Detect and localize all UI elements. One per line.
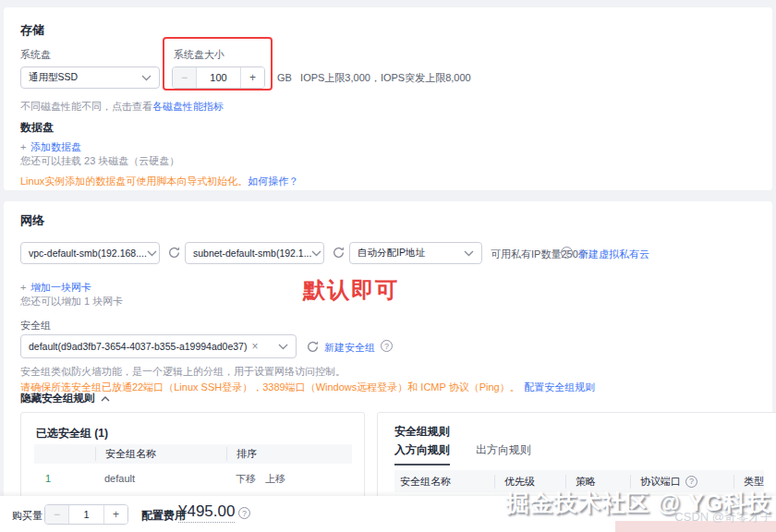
sg-row-actions: 下移 上移 xyxy=(226,472,352,486)
chevron-down-icon xyxy=(464,250,474,257)
plus-icon: + xyxy=(20,282,26,293)
sg-row-name: default xyxy=(95,473,226,484)
disk-size-value[interactable]: 100 xyxy=(197,67,240,88)
fee-help-icon[interactable]: ? xyxy=(238,507,250,519)
new-vpc-link[interactable]: 新建虚拟私有云 xyxy=(578,248,649,261)
available-ip-hint: 可用私有IP数量250个 xyxy=(491,248,588,261)
security-group-label: 安全组 xyxy=(20,319,51,332)
refresh-sg-icon[interactable] xyxy=(306,340,321,355)
quantity-stepper: − 1 + xyxy=(44,504,128,525)
ip-help-icon[interactable]: ? xyxy=(561,247,573,259)
tab-outbound-rules[interactable]: 出方向规则 xyxy=(476,442,531,466)
tab-inbound-rules[interactable]: 入方向规则 xyxy=(394,442,450,466)
quantity-decrease-button[interactable]: − xyxy=(45,505,69,524)
rules-col-protocol-port: 协议端口 ? xyxy=(630,475,734,489)
system-disk-type-value: 通用型SSD xyxy=(29,71,78,84)
sg-help-icon[interactable]: ? xyxy=(381,340,393,352)
rules-col-sg-name: 安全组名称 xyxy=(394,475,494,489)
network-section: 网络 vpc-default-smb(192.168.... subnet-de… xyxy=(4,201,772,532)
network-section-title: 网络 xyxy=(20,212,44,229)
protocol-help-icon[interactable]: ? xyxy=(685,476,697,488)
disk-size-stepper: − 100 + xyxy=(172,66,265,89)
sg-rules-tabs: 入方向规则 出方向规则 xyxy=(394,442,531,466)
rules-col-priority: 优先级 xyxy=(494,475,565,489)
selected-sg-col-sort: 排序 xyxy=(226,447,352,461)
watermark-main: 掘金技术社区 @ YG科技 xyxy=(506,488,771,518)
vpc-select[interactable]: vpc-default-smb(192.168.... xyxy=(20,242,160,264)
selected-sg-col-name: 安全组名称 xyxy=(95,447,226,461)
linux-init-hint: Linux实例添加的数据盘可使用脚本向导式初始化。 xyxy=(20,175,248,187)
add-data-disk-link[interactable]: + 添加数据盘 xyxy=(20,138,81,154)
fee-value: ¥495.00 xyxy=(178,502,235,523)
chevron-down-icon xyxy=(141,75,152,81)
system-disk-label: 系统盘 xyxy=(20,48,51,62)
storage-section: 存储 系统盘 通用型SSD 系统盘大小 − 100 + GB IOPS上限3,0… xyxy=(4,7,772,190)
disk-size-decrease-button[interactable]: − xyxy=(173,67,197,88)
selected-sg-title: 已选安全组 (1) xyxy=(36,426,108,441)
add-nic-label: 增加一块网卡 xyxy=(30,282,91,293)
refresh-subnet-icon[interactable] xyxy=(332,246,346,260)
security-group-value: default(d9ad3fb7-3654-4037-b355-a19994ad… xyxy=(29,341,247,352)
hide-sg-rules-label: 隐藏安全组规则 xyxy=(20,392,95,405)
quantity-increase-button[interactable]: + xyxy=(103,505,127,524)
how-to-link[interactable]: 如何操作？ xyxy=(248,175,298,187)
vpc-select-value: vpc-default-smb(192.168.... xyxy=(29,248,147,259)
security-group-select[interactable]: default(d9ad3fb7-3654-4037-b355-a19994ad… xyxy=(20,334,297,358)
quantity-label: 购买量 xyxy=(12,509,42,523)
sg-description: 安全组类似防火墙功能，是一个逻辑上的分组，用于设置网络访问控制。 xyxy=(20,365,346,379)
linux-init-hint-line: Linux实例添加的数据盘可使用脚本向导式初始化。如何操作？ xyxy=(20,172,298,188)
disk-perf-hint-line: 不同磁盘性能不同，点击查看各磁盘性能指标 xyxy=(20,97,224,114)
ip-assign-select-value: 自动分配IP地址 xyxy=(358,247,425,260)
ip-assign-select[interactable]: 自动分配IP地址 xyxy=(349,242,482,264)
disk-size-increase-button[interactable]: + xyxy=(240,67,264,88)
configure-sg-rules-link[interactable]: 配置安全组规则 xyxy=(524,381,595,393)
hide-sg-rules-toggle[interactable]: 隐藏安全组规则 xyxy=(20,392,110,405)
add-data-disk-label: 添加数据盘 xyxy=(30,141,81,152)
disk-size-unit: GB xyxy=(277,72,292,83)
plus-icon: + xyxy=(20,141,26,152)
default-ok-annotation: 默认即可 xyxy=(303,275,399,305)
selected-sg-table-header: 安全组名称 排序 xyxy=(34,444,352,464)
chevron-down-icon xyxy=(147,250,157,257)
chevron-down-icon xyxy=(311,250,321,257)
move-down-button[interactable]: 下移 xyxy=(236,472,256,486)
mount-capacity-hint: 您还可以挂载 23 块磁盘（云硬盘） xyxy=(20,154,179,168)
ecs-purchase-config-page: 存储 系统盘 通用型SSD 系统盘大小 − 100 + GB IOPS上限3,0… xyxy=(0,0,776,532)
add-nic-link[interactable]: + 增加一块网卡 xyxy=(20,278,91,295)
data-disk-label: 数据盘 xyxy=(20,120,54,136)
quantity-value[interactable]: 1 xyxy=(69,505,103,524)
storage-section-title: 存储 xyxy=(20,22,44,39)
nic-capacity-hint: 您还可以增加 1 块网卡 xyxy=(20,295,123,308)
sg-rules-title: 安全组规则 xyxy=(394,424,450,440)
rules-col-protocol-port-label: 协议端口 xyxy=(640,475,681,489)
new-sg-link[interactable]: 新建安全组 xyxy=(324,341,375,355)
rules-col-type: 类型 xyxy=(734,475,764,489)
selected-sg-table-row: 1 default 下移 上移 xyxy=(34,468,352,489)
disk-iops-info: IOPS上限3,000，IOPS突发上限8,000 xyxy=(300,72,471,83)
disk-size-suffix: GB IOPS上限3,000，IOPS突发上限8,000 xyxy=(277,71,471,85)
disk-perf-link[interactable]: 各磁盘性能指标 xyxy=(152,101,224,112)
move-up-button[interactable]: 上移 xyxy=(265,472,285,486)
sg-row-index: 1 xyxy=(34,473,95,484)
subnet-select[interactable]: subnet-default-smb(192.1... xyxy=(185,242,324,264)
rules-col-policy: 策略 xyxy=(565,475,630,489)
disk-size-label: 系统盘大小 xyxy=(174,48,224,62)
chevron-up-icon xyxy=(101,396,110,402)
subnet-select-value: subnet-default-smb(192.1... xyxy=(193,248,311,259)
system-disk-type-select[interactable]: 通用型SSD xyxy=(20,66,160,89)
disk-perf-hint: 不同磁盘性能不同，点击查看 xyxy=(20,101,152,112)
security-group-tag: default(d9ad3fb7-3654-4037-b355-a19994ad… xyxy=(29,340,258,353)
chevron-down-icon xyxy=(278,344,288,350)
refresh-vpc-icon[interactable] xyxy=(167,246,182,260)
close-icon[interactable]: × xyxy=(251,340,258,353)
